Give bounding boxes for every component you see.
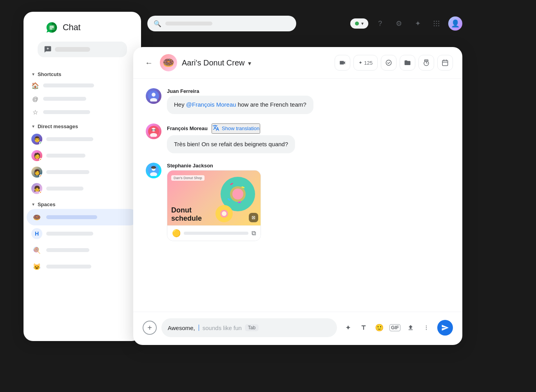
chat-title-chevron-icon[interactable]: ▾ bbox=[248, 60, 251, 67]
topbar: 🔍 ▾ ? ⚙ ✦ 👤 bbox=[24, 12, 470, 35]
sidebar: Chat ▼ Shortcuts 🏠 @ ☆ bbox=[24, 12, 141, 341]
emoji-icon: 🙂 bbox=[375, 323, 384, 332]
francois-message-content: François Moreau Show translation Très bi… bbox=[167, 123, 295, 154]
help-icon: ? bbox=[378, 20, 382, 28]
status-chevron-icon: ▾ bbox=[361, 21, 364, 26]
direct-messages-section: ▼ Direct messages 👨 🧑 👩 bbox=[24, 120, 141, 197]
add-icon: + bbox=[147, 323, 152, 332]
spaces-section: ▼ Spaces 🍩 H 🍭 😺 bbox=[24, 198, 141, 275]
video-call-button[interactable] bbox=[335, 55, 350, 71]
svg-point-9 bbox=[434, 23, 435, 24]
chat-panel: ← 🍩 Aari's Donut Crew ▾ ✦ 125 bbox=[133, 47, 462, 345]
svg-point-11 bbox=[438, 23, 440, 24]
francois-message-bubble: Très bien! On se refait des beignets qua… bbox=[167, 135, 295, 154]
search-bar[interactable]: 🔍 bbox=[147, 16, 296, 31]
gemini-sparkle-button[interactable]: ✦ bbox=[411, 16, 425, 31]
gemini-actions-button[interactable]: ✦ 125 bbox=[353, 55, 378, 71]
more-options-button[interactable] bbox=[420, 321, 433, 334]
juan-avatar bbox=[146, 88, 161, 104]
sidebar-item-space-candy[interactable]: 🍭 bbox=[24, 242, 141, 258]
francois-msg-text: Très bien! On se refait des beignets qua… bbox=[174, 141, 288, 147]
svg-point-20 bbox=[152, 93, 156, 97]
sidebar-item-space-h[interactable]: H bbox=[24, 225, 141, 242]
new-chat-button[interactable] bbox=[38, 42, 127, 57]
format-text-icon bbox=[360, 324, 367, 331]
card-shop-name-text: Dan's Donut Shop bbox=[171, 175, 205, 181]
dm-status-dot-1 bbox=[39, 142, 42, 145]
juan-avatar-img bbox=[148, 91, 159, 102]
gemini-actions-icon: ✦ bbox=[359, 60, 362, 65]
home-item-bar bbox=[43, 83, 94, 87]
show-translation-label: Show translation bbox=[222, 125, 259, 131]
space-icon-cat: 😺 bbox=[31, 261, 42, 272]
message-group-stephanie: Stephanie Jackson bbox=[146, 163, 450, 241]
gif-button[interactable]: GIF bbox=[389, 321, 401, 334]
upload-button[interactable] bbox=[404, 321, 417, 334]
card-footer: 🟡 ⧉ bbox=[167, 225, 261, 241]
dm-section-label[interactable]: ▼ Direct messages bbox=[24, 120, 141, 131]
new-chat-label bbox=[55, 47, 90, 52]
svg-point-41 bbox=[426, 327, 427, 328]
sidebar-item-mentions[interactable]: @ bbox=[24, 92, 141, 105]
timer-icon bbox=[423, 59, 430, 66]
add-attachment-button[interactable]: + bbox=[143, 321, 157, 335]
apps-grid-button[interactable] bbox=[429, 16, 444, 31]
video-call-icon bbox=[339, 59, 346, 66]
space-candy-bar bbox=[46, 248, 89, 252]
card-overlay-icon: ⊠ bbox=[249, 213, 258, 222]
dm-1-bar bbox=[46, 137, 93, 141]
shortcuts-section: ▼ Shortcuts 🏠 @ ☆ bbox=[24, 68, 141, 119]
message-input-box[interactable]: Awesome, sounds like fun Tab bbox=[161, 318, 337, 337]
spaces-section-label[interactable]: ▼ Spaces bbox=[24, 198, 141, 209]
shortcuts-label-text: Shortcuts bbox=[38, 71, 62, 77]
sidebar-item-dm-3[interactable]: 👩 bbox=[24, 164, 141, 180]
gemini-compose-button[interactable]: ✦ bbox=[342, 321, 354, 334]
format-text-button[interactable] bbox=[357, 321, 370, 334]
status-button[interactable]: ▾ bbox=[350, 18, 368, 29]
donut-schedule-card[interactable]: Dan's Donut Shop Donutschedule ⊠ 🟡 ⧉ bbox=[167, 170, 261, 241]
sidebar-item-dm-4[interactable]: 👧 bbox=[24, 180, 141, 197]
show-translation-button[interactable]: Show translation bbox=[212, 123, 260, 134]
apps-grid-icon bbox=[433, 20, 440, 27]
send-button[interactable] bbox=[437, 320, 453, 336]
chat-title-area: Aari's Donut Crew ▾ bbox=[182, 58, 251, 67]
svg-point-40 bbox=[222, 211, 226, 216]
message-group-francois: François Moreau Show translation Très bi… bbox=[146, 123, 450, 154]
starred-item-bar bbox=[43, 110, 90, 114]
card-copy-icon[interactable]: ⧉ bbox=[252, 230, 256, 237]
chat-title: Aari's Donut Crew bbox=[182, 58, 245, 67]
juan-mention[interactable]: @François Moreau bbox=[186, 101, 236, 108]
settings-button[interactable]: ⚙ bbox=[392, 16, 406, 31]
sidebar-item-dm-1[interactable]: 👨 bbox=[24, 131, 141, 147]
chat-header-actions: ✦ 125 bbox=[335, 55, 453, 71]
calendar-button[interactable] bbox=[437, 55, 453, 71]
tasks-button[interactable] bbox=[381, 55, 397, 71]
dm-status-dot-3 bbox=[39, 174, 42, 178]
gemini-count: 125 bbox=[364, 60, 373, 66]
sidebar-item-starred[interactable]: ☆ bbox=[24, 105, 141, 119]
sidebar-item-dm-2[interactable]: 🧑 bbox=[24, 147, 141, 164]
user-avatar[interactable]: 👤 bbox=[448, 16, 462, 31]
space-icon-h: H bbox=[31, 228, 42, 239]
help-button[interactable]: ? bbox=[373, 16, 387, 31]
timer-button[interactable] bbox=[418, 55, 434, 71]
files-button[interactable] bbox=[400, 55, 415, 71]
stephanie-sender-name: Stephanie Jackson bbox=[167, 163, 213, 169]
group-avatar: 🍩 bbox=[160, 54, 177, 71]
back-button[interactable]: ← bbox=[143, 56, 155, 69]
card-shop-name-overlay: Dan's Donut Shop bbox=[171, 174, 205, 181]
gemini-compose-icon: ✦ bbox=[345, 323, 351, 332]
message-input-area: + Awesome, sounds like fun Tab ✦ 🙂 GIF bbox=[133, 312, 462, 345]
stephanie-avatar-img bbox=[148, 165, 159, 176]
emoji-button[interactable]: 🙂 bbox=[373, 321, 386, 334]
spaces-label-text: Spaces bbox=[38, 201, 56, 207]
sidebar-item-space-cat[interactable]: 😺 bbox=[24, 258, 141, 275]
francois-avatar-img bbox=[148, 126, 159, 137]
sidebar-item-home[interactable]: 🏠 bbox=[24, 79, 141, 92]
chat-header: ← 🍩 Aari's Donut Crew ▾ ✦ 125 bbox=[133, 47, 462, 79]
card-footer-icon: 🟡 bbox=[172, 229, 181, 238]
sidebar-item-space-donut[interactable]: 🍩 bbox=[27, 209, 138, 225]
messages-area: Juan Ferreira Hey @François Moreau how a… bbox=[133, 79, 462, 312]
svg-point-43 bbox=[426, 329, 427, 330]
shortcuts-section-label[interactable]: ▼ Shortcuts bbox=[24, 68, 141, 79]
